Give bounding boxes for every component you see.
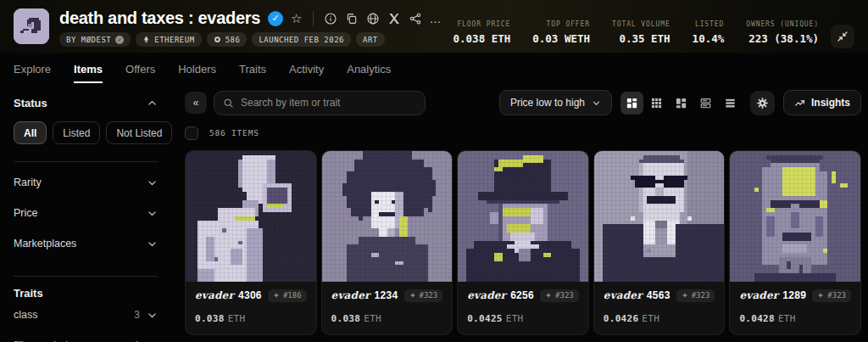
nft-image [730,151,860,282]
sparkle-icon [682,292,688,299]
masonry-icon [675,97,687,109]
sparkle-icon [817,292,824,299]
sparkle-icon [273,292,280,299]
filter-marketplaces[interactable]: Marketplaces [14,228,158,259]
page-title: death and taxes : evaders [59,8,260,28]
trait-class[interactable]: class 3 [14,300,158,330]
nft-price: 0.0428ETH [739,313,851,324]
items-count: 586 ITEMS [209,128,259,137]
status-filter-all[interactable]: All [14,121,47,144]
view-dense-grid-button[interactable] [645,92,668,115]
nft-name: evader 1234 [331,289,398,301]
trait-filing-period[interactable]: filing period 1 [14,330,158,342]
select-all-checkbox[interactable] [185,126,198,140]
chevron-up-icon [147,98,158,109]
sparkle-icon [545,292,552,299]
card-footer: evader 1234 #323 0.038ETH [322,282,453,334]
chevron-down-icon [147,177,158,188]
tab-traits[interactable]: Traits [239,63,266,83]
items-panel: « Price low to high [171,83,868,342]
grid-icon [626,97,638,109]
collection-stats: FLOOR PRICE 0.038 ETH TOP OFFER 0.03 WET… [453,20,819,45]
filters-sidebar: Status All Listed Not Listed Rarity Pric… [0,83,171,342]
sort-dropdown[interactable]: Price low to high [499,90,612,115]
collection-badges: BY MØDEST ✓ ETHEREUM 586 LAUNCHED FEB 20… [59,32,442,47]
x-twitter-icon[interactable] [387,12,401,25]
tab-activity[interactable]: Activity [289,63,324,83]
nft-name: evader 1289 [739,289,806,301]
rarity-badge: #323 [404,289,443,302]
rarity-badge: #323 [812,289,851,302]
status-section-header[interactable]: Status [14,97,158,109]
chevron-down-icon [147,238,158,249]
gear-icon [756,97,769,109]
launched-badge: LAUNCHED FEB 2026 [252,32,351,47]
website-globe-icon[interactable] [366,12,380,25]
nft-card[interactable]: evader 4563 #323 0.0426ETH [593,150,726,335]
creator-check-icon: ✓ [115,36,124,44]
view-list-button[interactable] [694,92,717,115]
tab-holders[interactable]: Holders [178,63,216,83]
divider [313,11,314,26]
nft-name: evader 4306 [195,289,262,301]
nft-image [594,151,725,282]
nft-name: evader 6256 [467,289,534,301]
traits-section-header: Traits [14,287,158,300]
collection-header: death and taxes : evaders ✓ ☆ [0,0,868,53]
category-badge: ART [356,32,385,47]
nft-card[interactable]: evader 1289 #323 0.0428ETH [729,150,861,335]
stat-floor-price: FLOOR PRICE 0.038 ETH [453,20,511,45]
rarity-badge: #323 [540,289,579,302]
stat-listed: LISTED 10.4% [693,20,725,45]
trending-up-icon [794,98,805,109]
nft-image [458,151,588,282]
tab-explore[interactable]: Explore [14,63,51,83]
list-icon [699,97,712,109]
creator-badge[interactable]: BY MØDEST ✓ [59,32,131,47]
rarity-badge: #323 [676,289,715,302]
collapse-stats-button[interactable] [831,25,854,48]
avatar-pixel-art [14,8,49,44]
filter-rarity[interactable]: Rarity [14,167,158,198]
view-masonry-button[interactable] [670,92,693,115]
tab-items[interactable]: Items [74,63,103,83]
filter-price[interactable]: Price [14,198,158,228]
view-dense-list-button[interactable] [719,92,742,115]
card-footer: evader 4306 #186 0.038ETH [186,282,316,334]
search-input[interactable] [241,97,416,109]
view-grid-button[interactable] [620,92,643,115]
search-box [214,91,426,115]
info-icon[interactable] [324,12,337,25]
token-icon [214,36,221,43]
share-icon[interactable] [409,12,422,25]
dense-list-icon [724,97,737,109]
search-icon [223,98,234,109]
favorite-star-icon[interactable]: ☆ [291,12,302,25]
tab-analytics[interactable]: Analytics [347,63,391,83]
nft-card[interactable]: evader 6256 #323 0.0425ETH [457,150,589,335]
more-options-icon[interactable]: … [430,12,442,25]
view-toggle-group [620,92,742,115]
dense-grid-icon [650,97,663,109]
stat-top-offer: TOP OFFER 0.03 WETH [532,20,590,45]
chevron-down-icon [147,310,158,321]
tab-offers[interactable]: Offers [125,63,155,83]
chevron-down-icon [592,98,601,108]
verified-badge-icon: ✓ [268,11,283,26]
supply-badge: 586 [207,32,248,47]
nft-card[interactable]: evader 4306 #186 0.038ETH [185,150,317,335]
collapse-filters-button[interactable]: « [185,92,207,114]
status-filter-not-listed[interactable]: Not Listed [106,121,172,144]
nft-image [186,151,316,282]
sparkle-icon [409,292,416,299]
stat-total-volume: TOTAL VOLUME 0.35 ETH [612,20,670,45]
collection-avatar[interactable] [14,8,49,44]
copy-icon[interactable] [345,12,359,25]
settings-button[interactable] [750,91,775,115]
nft-card[interactable]: evader 1234 #323 0.038ETH [321,150,453,335]
nft-price: 0.0425ETH [467,313,579,324]
nft-price: 0.038ETH [195,313,307,324]
insights-button[interactable]: Insights [783,90,861,115]
status-filter-listed[interactable]: Listed [53,121,100,144]
collection-tabs: Explore Items Offers Holders Traits Acti… [0,53,868,83]
